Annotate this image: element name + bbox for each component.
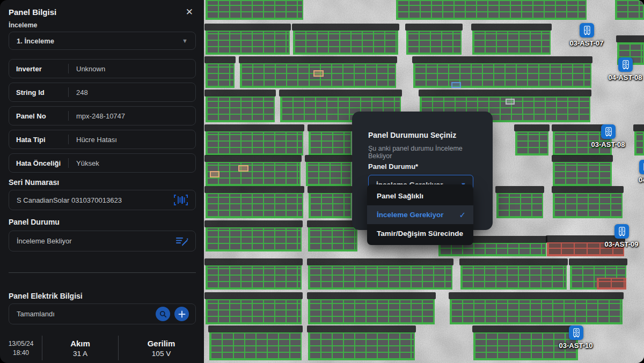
voltage-value: 105 V <box>152 350 171 358</box>
panel-group[interactable] <box>206 31 290 55</box>
electric-info-input[interactable]: Tamamlandı <box>9 303 196 324</box>
panel-group[interactable] <box>634 131 644 155</box>
inspection-select-value: 1. İnceleme <box>17 37 54 45</box>
sidebar-title: Panel Bilgisi <box>9 8 56 17</box>
panel-group[interactable] <box>308 227 357 251</box>
sidebar-footer: 13/05/24 18:40 Akım 31 A Gerilim 105 V <box>0 335 204 361</box>
field-label: Inverter <box>9 65 68 73</box>
inverter-icon[interactable] <box>569 325 583 340</box>
map-marker[interactable]: 04-A <box>639 160 644 174</box>
footer-time: 18:40 <box>13 349 29 357</box>
inspection-select[interactable]: 1. İnceleme ▼ <box>9 32 196 50</box>
inverter-icon[interactable] <box>580 23 594 38</box>
check-icon: ✓ <box>459 210 466 220</box>
map-marker[interactable]: 03-AST-10 <box>569 325 583 340</box>
dropdown-option-label: İnceleme Gerekiyor <box>377 211 444 219</box>
panel-group[interactable] <box>206 131 303 155</box>
panel-status-value: İnceleme Bekliyor <box>17 237 72 245</box>
blue-highlight-cell[interactable] <box>451 82 461 88</box>
inverter-icon[interactable] <box>639 160 644 174</box>
panel-group[interactable] <box>460 265 567 290</box>
app-window: 03-AST-0704-AST-0803-AST-0804-A03-AST-09… <box>0 0 644 363</box>
dropdown-option-needs-inspection[interactable]: İnceleme Gerekiyor ✓ <box>367 205 473 224</box>
field-value: 248 <box>69 88 88 97</box>
field-value: Hücre Hatası <box>69 136 117 144</box>
marker-label: 03-AST-09 <box>605 240 639 248</box>
panel-group[interactable] <box>206 97 275 122</box>
field-value: Unknown <box>69 65 105 73</box>
panel-group[interactable] <box>553 193 623 218</box>
add-button[interactable] <box>174 307 189 321</box>
barcode-icon[interactable] <box>173 194 189 206</box>
info-row-string-id: String Id 248 <box>9 83 196 102</box>
orange-highlight-cell[interactable] <box>313 70 324 77</box>
orange-highlight-cell[interactable] <box>210 171 219 177</box>
marker-label: 03-AST-07 <box>570 39 604 47</box>
panel-group[interactable] <box>206 63 235 88</box>
panel-group[interactable] <box>413 63 591 88</box>
current-label: Akım <box>70 339 90 348</box>
info-row-fault-type: Hata Tipi Hücre Hatası <box>9 130 196 149</box>
panel-group[interactable] <box>396 0 587 20</box>
panel-group[interactable] <box>206 193 303 218</box>
panel-group[interactable] <box>306 162 352 186</box>
panel-group[interactable] <box>293 31 398 55</box>
map-marker[interactable]: 03-AST-08 <box>601 124 616 139</box>
panel-info-sidebar: Panel Bilgisi ✕ İnceleme 1. İnceleme ▼ I… <box>0 0 204 363</box>
panel-group[interactable] <box>206 299 302 324</box>
panel-group[interactable] <box>615 0 644 20</box>
inverter-icon[interactable] <box>618 57 633 72</box>
info-row-panel-no: Panel No mpx-248-10747 <box>9 106 196 125</box>
footer-datetime: 13/05/24 18:40 <box>0 335 42 361</box>
panel-group[interactable] <box>406 31 462 55</box>
map-marker[interactable]: 04-AST-08 <box>618 57 633 72</box>
serial-number-value: S CanadianSolar 0310370013623 <box>17 196 122 204</box>
dropdown-option-repair[interactable]: Tamir/Değişim Sürecinde <box>367 224 473 243</box>
map-marker[interactable]: 03-AST-09 <box>614 224 629 239</box>
orange-highlight-cell[interactable] <box>238 165 248 172</box>
panel-group[interactable] <box>308 265 452 290</box>
panel-group[interactable] <box>309 193 352 218</box>
electric-section-label: Panel Elektrik Bilgisi <box>9 292 83 300</box>
inspection-label: İnceleme <box>9 21 38 29</box>
status-dropdown: Panel Sağlıklı İnceleme Gerekiyor ✓ Tami… <box>367 184 473 245</box>
panel-group[interactable] <box>450 299 623 324</box>
panel-group[interactable] <box>309 131 352 155</box>
footer-current: Akım 31 A <box>42 335 118 361</box>
panel-group[interactable] <box>515 131 548 155</box>
panel-group[interactable] <box>308 299 435 324</box>
close-icon[interactable]: ✕ <box>186 8 193 17</box>
map-marker[interactable]: 03-AST-07 <box>580 23 594 38</box>
dropdown-option-healthy[interactable]: Panel Sağlıklı <box>367 187 473 205</box>
panel-group[interactable] <box>496 193 543 218</box>
marker-label: 04-AST-08 <box>609 73 642 82</box>
serial-section-label: Seri Numarası <box>9 178 59 187</box>
edit-icon[interactable] <box>175 235 189 248</box>
panel-group[interactable] <box>553 162 612 186</box>
field-label: String Id <box>9 88 68 97</box>
current-value: 31 A <box>73 350 87 358</box>
inverter-icon[interactable] <box>614 224 629 239</box>
info-row-fault-priority: Hata Önceliği Yüksek <box>9 153 196 173</box>
panel-group[interactable] <box>206 162 301 186</box>
faulty-panel-group[interactable] <box>597 278 626 290</box>
panel-group[interactable] <box>206 265 302 290</box>
field-label: Hata Önceliği <box>9 159 68 167</box>
inverter-icon[interactable] <box>601 124 616 139</box>
panel-group[interactable] <box>472 31 551 55</box>
section-divider <box>9 272 196 273</box>
info-row-inverter: Inverter Unknown <box>9 59 196 78</box>
chevron-down-icon: ▼ <box>182 38 188 44</box>
search-icon <box>159 310 167 318</box>
gray-highlight-cell[interactable] <box>506 99 515 105</box>
modal-field-label: Panel Durumu* <box>368 162 478 171</box>
panel-status-field[interactable]: İnceleme Bekliyor <box>9 231 196 251</box>
panel-group[interactable] <box>209 332 302 360</box>
marker-label: 03-AST-10 <box>559 342 593 350</box>
panel-group[interactable] <box>206 0 303 20</box>
panel-group[interactable] <box>206 227 302 251</box>
panel-group[interactable] <box>308 332 415 360</box>
search-button[interactable] <box>156 307 170 321</box>
status-section-label: Panel Durumu <box>9 218 60 226</box>
field-label: Panel No <box>9 112 68 120</box>
